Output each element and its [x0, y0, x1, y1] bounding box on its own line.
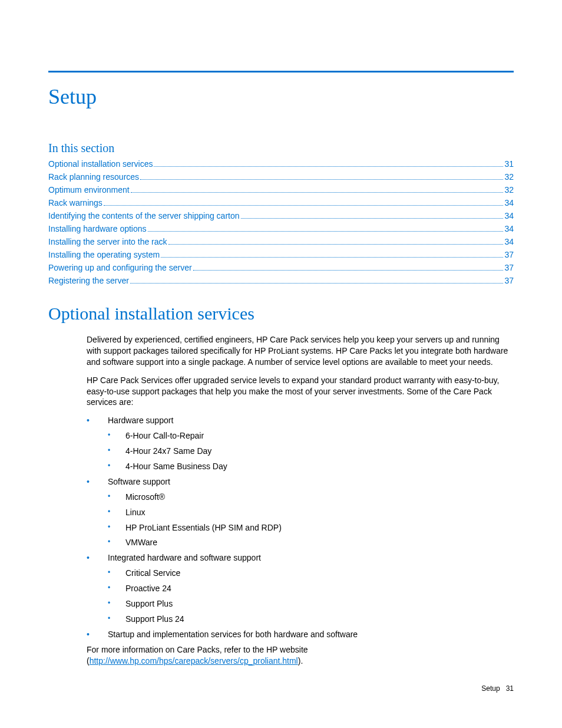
bullet-list: Hardware support6-Hour Call-to-Repair4-H…: [87, 415, 514, 640]
list-item-label: Proactive 24: [125, 584, 171, 593]
toc-page-number: 37: [504, 262, 514, 274]
list-item-label: Software support: [108, 477, 170, 486]
toc-entry[interactable]: Installing hardware options 34: [48, 223, 514, 235]
list-item: Integrated hardware and software support…: [87, 552, 514, 624]
toc-entry[interactable]: Optional installation services 31: [48, 158, 514, 170]
list-item: Linux: [108, 507, 514, 518]
toc-entry[interactable]: Optimum environment 32: [48, 184, 514, 196]
list-item-label: Linux: [125, 508, 145, 517]
toc-label: Installing hardware options: [48, 223, 147, 235]
list-item-label: Microsoft®: [125, 492, 165, 502]
toc-page-number: 37: [504, 249, 514, 261]
toc-leader-dots: [193, 270, 504, 271]
toc-page-number: 37: [504, 275, 514, 287]
list-item: VMWare: [108, 537, 514, 548]
list-item-label: Integrated hardware and software support: [108, 553, 261, 562]
toc-leader-dots: [131, 192, 504, 193]
list-item-label: Support Plus: [125, 599, 173, 608]
footer-page-number: 31: [506, 684, 514, 693]
list-item-label: Support Plus 24: [125, 614, 184, 624]
body-text: Delivered by experienced, certified engi…: [48, 334, 514, 666]
list-item: 4-Hour Same Business Day: [108, 461, 514, 472]
toc-page-number: 34: [504, 223, 514, 235]
page-footer: Setup 31: [481, 684, 514, 693]
text: ).: [298, 656, 303, 666]
toc-leader-dots: [148, 231, 504, 232]
toc-page-number: 34: [504, 236, 514, 248]
list-item-label: VMWare: [125, 538, 157, 547]
paragraph: For more information on Care Packs, refe…: [87, 644, 514, 667]
list-item-label: Hardware support: [108, 416, 173, 425]
page-title: Setup: [48, 84, 514, 109]
list-item: Support Plus 24: [108, 614, 514, 625]
list-item: Hardware support6-Hour Call-to-Repair4-H…: [87, 415, 514, 472]
list-item: Proactive 24: [108, 583, 514, 594]
list-item: Microsoft®: [108, 492, 514, 503]
list-item: HP ProLiant Essentials (HP SIM and RDP): [108, 522, 514, 533]
nested-bullet-list: 6-Hour Call-to-Repair4-Hour 24x7 Same Da…: [108, 430, 514, 472]
list-item-label: Critical Service: [125, 568, 180, 578]
toc-leader-dots: [154, 166, 503, 167]
toc-page-number: 34: [504, 197, 514, 209]
toc-label: Registering the server: [48, 275, 129, 287]
list-item: Support Plus: [108, 598, 514, 610]
toc-label: Powering up and configuring the server: [48, 262, 192, 274]
toc-entry[interactable]: Rack warnings 34: [48, 197, 514, 209]
toc-label: Rack planning resources: [48, 171, 139, 183]
toc-page-number: 31: [504, 158, 514, 170]
toc-entry[interactable]: Registering the server 37: [48, 275, 514, 287]
subsection-heading: Optional installation services: [48, 304, 514, 324]
list-item: Software supportMicrosoft®LinuxHP ProLia…: [87, 476, 514, 548]
toc-leader-dots: [104, 205, 504, 206]
toc-entry[interactable]: Installing the server into the rack 34: [48, 236, 514, 248]
list-item: 6-Hour Call-to-Repair: [108, 430, 514, 442]
toc-page-number: 32: [504, 171, 514, 183]
toc-entry[interactable]: Rack planning resources 32: [48, 171, 514, 183]
list-item: 4-Hour 24x7 Same Day: [108, 446, 514, 457]
list-item: Startup and implementation services for …: [87, 629, 514, 640]
toc-leader-dots: [161, 257, 503, 258]
toc-page-number: 32: [504, 184, 514, 196]
table-of-contents: Optional installation services 31Rack pl…: [48, 158, 514, 287]
section-heading: In this section: [48, 141, 514, 155]
list-item-label: 4-Hour Same Business Day: [125, 462, 227, 471]
carepack-link[interactable]: http://www.hp.com/hps/carepack/servers/c…: [90, 656, 298, 666]
toc-page-number: 34: [504, 210, 514, 222]
toc-label: Optional installation services: [48, 158, 153, 170]
list-item: Critical Service: [108, 568, 514, 579]
paragraph: HP Care Pack Services offer upgraded ser…: [87, 375, 514, 409]
list-item-label: 6-Hour Call-to-Repair: [125, 431, 204, 440]
list-item-label: HP ProLiant Essentials (HP SIM and RDP): [125, 523, 282, 532]
toc-label: Optimum environment: [48, 184, 130, 196]
list-item-label: Startup and implementation services for …: [108, 630, 358, 639]
toc-label: Installing the server into the rack: [48, 236, 167, 248]
toc-entry[interactable]: Identifying the contents of the server s…: [48, 210, 514, 222]
page-content: Setup In this section Optional installat…: [0, 0, 562, 697]
toc-label: Installing the operating system: [48, 249, 160, 261]
toc-entry[interactable]: Powering up and configuring the server 3…: [48, 262, 514, 274]
toc-label: Identifying the contents of the server s…: [48, 210, 240, 222]
horizontal-rule: [48, 71, 514, 73]
footer-section: Setup: [481, 684, 500, 693]
toc-leader-dots: [140, 179, 503, 180]
nested-bullet-list: Critical ServiceProactive 24Support Plus…: [108, 568, 514, 625]
toc-label: Rack warnings: [48, 197, 103, 209]
toc-leader-dots: [130, 283, 503, 284]
paragraph: Delivered by experienced, certified engi…: [87, 334, 514, 368]
toc-leader-dots: [168, 244, 504, 245]
list-item-label: 4-Hour 24x7 Same Day: [125, 446, 211, 456]
nested-bullet-list: Microsoft®LinuxHP ProLiant Essentials (H…: [108, 492, 514, 549]
toc-leader-dots: [241, 218, 504, 219]
toc-entry[interactable]: Installing the operating system 37: [48, 249, 514, 261]
